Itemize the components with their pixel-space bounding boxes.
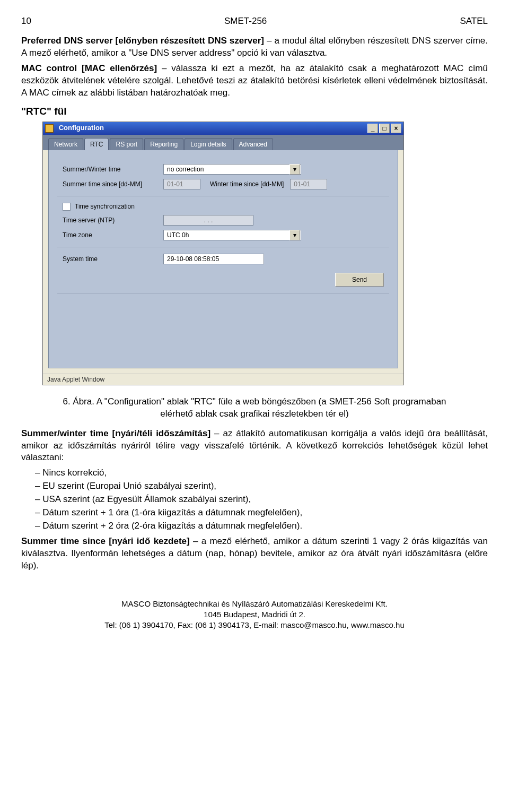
label-summer-since: Summer time since [dd-MM]: [63, 180, 163, 188]
list-item: USA szerint (az Egyesült Államok szabály…: [35, 494, 488, 506]
list-item: Dátum szerint + 1 óra (1-óra kiigazítás …: [35, 507, 488, 519]
page-title: SMET-256: [224, 16, 267, 27]
chevron-down-icon: ▾: [289, 164, 300, 175]
window-title: Configuration: [59, 124, 104, 132]
paragraph-preferred-dns: Preferred DNS server [előnyben részesíte…: [21, 35, 488, 59]
list-item: Nincs korrekció,: [35, 467, 488, 479]
send-button[interactable]: Send: [335, 273, 384, 287]
winter-since-input: 01-01: [290, 179, 327, 189]
window-maximize-button[interactable]: □: [379, 124, 390, 133]
figure-caption: 6. Ábra. A "Configuration" ablak "RTC" f…: [53, 396, 456, 420]
label-time-sync: Time synchronization: [75, 203, 135, 210]
summer-since-input: 01-01: [163, 179, 200, 189]
page-number: 10: [21, 16, 31, 27]
window-titlebar: Configuration _ □ ×: [43, 122, 403, 135]
timezone-value: UTC 0h: [167, 231, 189, 239]
paragraph-mac-control: MAC control [MAC ellenőrzés] – válassza …: [21, 63, 488, 99]
label-system-time: System time: [63, 255, 163, 263]
system-time-input[interactable]: 29-10-08 08:58:05: [163, 254, 264, 264]
list-item: EU szerint (Europai Unió szabályai szeri…: [35, 480, 488, 493]
footer-line-2: 1045 Budapest, Madridi út 2.: [21, 609, 488, 620]
tab-network[interactable]: Network: [48, 138, 83, 150]
summer-winter-value: no correction: [167, 166, 204, 173]
footer-line-3: Tel: (06 1) 3904170, Fax: (06 1) 3904173…: [21, 620, 488, 630]
ntp-input: . . .: [163, 215, 253, 226]
chevron-down-icon: ▾: [289, 230, 300, 240]
after-block: Summer/winter time [nyári/téli időszámít…: [21, 428, 488, 572]
label-ntp: Time server (NTP): [63, 217, 163, 224]
empty-area: [63, 300, 384, 358]
section-heading: "RTC" fül: [21, 106, 488, 117]
timezone-select[interactable]: UTC 0h ▾: [163, 230, 301, 240]
label-winter-since: Winter time since [dd-MM]: [210, 180, 284, 188]
tab-advanced[interactable]: Advanced: [233, 138, 273, 150]
label-summer-winter: Summer/Winter time: [63, 166, 163, 173]
page-footer: MASCO Biztonságtechnikai és Nyílászáró A…: [21, 599, 488, 631]
page-header: 10 SMET-256 SATEL: [21, 16, 488, 27]
paragraph-summer-since: Summer time since [nyári idő kezdete] – …: [21, 535, 488, 572]
window-minimize-button[interactable]: _: [367, 124, 378, 133]
tab-bar: Network RTC RS port Reporting Login deta…: [43, 135, 403, 150]
divider: [57, 196, 389, 196]
footer-line-1: MASCO Biztonságtechnikai és Nyílászáró A…: [21, 599, 488, 609]
window-close-button[interactable]: ×: [391, 124, 401, 133]
summer-winter-select[interactable]: no correction ▾: [163, 164, 301, 175]
time-sync-checkbox[interactable]: [63, 203, 71, 211]
label-timezone: Time zone: [63, 231, 163, 239]
tab-rtc[interactable]: RTC: [84, 138, 109, 150]
app-icon: [45, 124, 54, 133]
brand: SATEL: [460, 16, 488, 27]
tab-content: Summer/Winter time no correction ▾ Summe…: [48, 150, 398, 368]
list-item: Dátum szerint + 2 óra (2-óra kiigazítás …: [35, 520, 488, 532]
tab-rs-port[interactable]: RS port: [110, 138, 143, 150]
paragraph-summer-winter: Summer/winter time [nyári/téli időszámít…: [21, 428, 488, 464]
tab-reporting[interactable]: Reporting: [144, 138, 183, 150]
divider: [57, 247, 389, 247]
correction-list: Nincs korrekció, EU szerint (Europai Uni…: [21, 467, 488, 532]
status-bar: Java Applet Window: [43, 374, 403, 385]
intro-block: Preferred DNS server [előnyben részesíte…: [21, 35, 488, 99]
divider: [57, 293, 389, 293]
tab-login-details[interactable]: Login details: [185, 138, 232, 150]
configuration-window: Configuration _ □ × Network RTC RS port …: [42, 122, 404, 385]
